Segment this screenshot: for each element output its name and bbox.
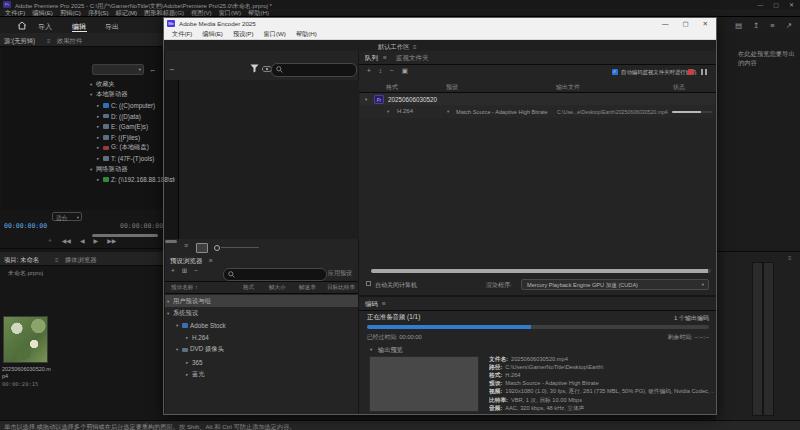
queue-job-row[interactable]: ▾ Pr 20250606030520 <box>360 93 715 105</box>
thumbnail-view-icon[interactable] <box>196 243 208 253</box>
panel-menu-icon[interactable]: ≡ <box>209 257 213 264</box>
preset-toolbar-icon[interactable]: + <box>171 267 175 274</box>
menu-item[interactable]: 标记(M) <box>116 9 138 17</box>
preset-row[interactable]: ▾ Adobe Stock <box>165 319 358 331</box>
tab-project[interactable]: 项目: 未命名 <box>4 256 39 265</box>
tab-queue[interactable]: 队列 <box>365 54 378 63</box>
menu-item[interactable]: 序列(S) <box>88 9 109 17</box>
media-search-input[interactable] <box>271 63 357 77</box>
preset-row[interactable]: ▸ 蓝光 <box>165 368 358 380</box>
zoom-slider-track[interactable] <box>221 247 259 248</box>
format-dropdown-icon[interactable]: ▾ <box>387 109 389 114</box>
window-button-icon[interactable]: — <box>757 2 763 8</box>
menu-item[interactable]: 图形和标题(G) <box>144 9 184 17</box>
output-preview-label[interactable]: 输出预览 <box>378 346 403 355</box>
column-frame-rate[interactable]: 帧速率 <box>299 284 316 292</box>
transport-button-icon[interactable]: ＋ <box>47 236 53 245</box>
auto-encode-checkbox[interactable]: ✓ <box>612 69 618 75</box>
renderer-dropdown[interactable]: Mercury Playback Engine GPU 加速 (CUDA) ▾ <box>521 279 709 290</box>
apply-preset-button[interactable]: 应用预设 <box>328 269 352 278</box>
window-button-icon[interactable]: ✕ <box>703 20 708 28</box>
home-icon[interactable] <box>17 21 27 30</box>
shutdown-checkbox[interactable] <box>366 281 371 286</box>
header-tool-icon[interactable]: ▤ <box>735 21 742 30</box>
menu-item[interactable]: 剪辑(C) <box>60 9 81 17</box>
window-button-icon[interactable]: ▢ <box>773 1 779 8</box>
tab-encoding[interactable]: 编码 <box>365 300 378 309</box>
stop-queue-button[interactable] <box>688 69 694 75</box>
menu-item[interactable]: 窗口(W) <box>264 29 286 39</box>
menu-item[interactable]: 编辑(E) <box>202 29 223 39</box>
preset-search-input[interactable] <box>223 268 327 281</box>
menu-item[interactable]: 窗口(W) <box>219 9 241 17</box>
column-format[interactable]: 格式 <box>243 284 254 292</box>
tab-media-browser[interactable]: 媒体浏览器 <box>65 256 96 265</box>
queue-output-row[interactable]: ▾ H.264 ▾ Match Source - Adaptive High B… <box>360 105 715 118</box>
header-tool-icon[interactable]: ↗ <box>786 21 792 30</box>
menu-item[interactable]: 文件(F) <box>5 9 25 17</box>
column-frame-size[interactable]: 帧大小 <box>269 284 286 292</box>
queue-toolbar-icon[interactable]: − <box>390 67 394 74</box>
column-output-file[interactable]: 输出文件 <box>556 83 580 92</box>
preset-row[interactable]: ▸ H.264 <box>165 332 358 344</box>
preset-row[interactable]: ▸ 365 <box>165 356 358 368</box>
transport-button-icon[interactable]: ◀◀ <box>62 237 71 244</box>
column-format[interactable]: 格式 <box>386 83 398 92</box>
output-preview-caret-icon[interactable]: ▾ <box>370 347 372 352</box>
queue-toolbar-icon[interactable]: ↕ <box>379 67 382 74</box>
tab-preset-browser[interactable]: 预设浏览器 <box>170 257 203 266</box>
row-expand-icon[interactable]: ▾ <box>365 97 367 102</box>
location-dropdown[interactable]: ▾ <box>92 64 144 75</box>
transport-button-icon[interactable]: ▶ <box>94 237 99 244</box>
column-preset-name[interactable]: 预设名称 ↑ <box>171 284 198 292</box>
column-target-bitrate[interactable]: 目标比特率 <box>327 284 355 292</box>
tab-import[interactable]: 导入 <box>38 22 52 32</box>
clip-thumbnail[interactable] <box>3 316 48 363</box>
menu-item[interactable]: 编辑(E) <box>32 9 53 17</box>
header-tool-icon[interactable]: ↥ <box>753 21 759 30</box>
output-path[interactable]: C:\Use...e\Desktop\Earth\20250606030520.… <box>557 109 669 115</box>
panel-menu-icon[interactable]: ≡ <box>47 37 51 44</box>
panel-menu-icon[interactable]: ≡ <box>788 255 792 261</box>
header-tool-icon[interactable]: ≡ <box>770 21 774 30</box>
menu-item[interactable]: 文件(F) <box>172 29 192 39</box>
me-media-browser-content[interactable] <box>178 80 359 239</box>
panel-menu-icon[interactable]: ≡ <box>383 54 387 61</box>
preset-row[interactable]: ▾ 系统预设 <box>165 307 358 319</box>
tab-source-monitor[interactable]: 源:(无剪辑) <box>4 37 35 46</box>
window-button-icon[interactable]: ▢ <box>682 20 688 28</box>
window-button-icon[interactable]: — <box>662 20 669 27</box>
column-status[interactable]: 状态 <box>673 83 685 92</box>
output-format[interactable]: H.264 <box>397 108 413 114</box>
preset-row[interactable]: ▾ 用户预设与组 <box>165 295 358 307</box>
queue-toolbar-icon[interactable]: + <box>367 67 371 74</box>
nav-forward-icon[interactable]: → <box>168 64 176 73</box>
tree-hscrollbar[interactable] <box>165 240 177 243</box>
clip-name[interactable]: 20250606030520.mp4 <box>2 366 52 379</box>
tab-export[interactable]: 导出 <box>105 22 119 32</box>
list-view-icon[interactable]: ≡ <box>184 242 188 249</box>
transport-button-icon[interactable]: ◀ <box>80 237 85 244</box>
preset-dropdown-icon[interactable]: ▾ <box>447 109 449 114</box>
menu-item[interactable]: 帮助(H) <box>296 29 317 39</box>
panel-menu-icon[interactable]: ≡ <box>382 300 386 307</box>
menu-item[interactable]: 帮助(H) <box>248 9 269 17</box>
tab-effect-controls[interactable]: 效果控件 <box>57 37 82 46</box>
window-button-icon[interactable]: ✕ <box>789 1 794 8</box>
fit-dropdown[interactable]: 适合 ▾ <box>52 212 82 221</box>
panel-menu-icon[interactable]: ≡ <box>55 256 59 263</box>
pause-queue-button[interactable] <box>701 69 707 75</box>
transport-button-icon[interactable]: ▶▶ <box>107 237 116 244</box>
filter-icon[interactable] <box>250 64 259 73</box>
preset-toolbar-icon[interactable]: ⊞ <box>182 267 187 275</box>
zoom-slider-knob[interactable] <box>214 245 220 251</box>
workspace-menu-icon[interactable]: ≡ <box>413 43 417 50</box>
tab-watch-folders[interactable]: 监视文件夹 <box>396 54 429 63</box>
queue-toolbar-icon[interactable]: ▣ <box>402 67 408 75</box>
menu-item[interactable]: 预设(P) <box>233 29 254 39</box>
menu-item[interactable]: 视图(V) <box>191 9 212 17</box>
output-preset[interactable]: Match Source - Adaptive High Bitrate <box>456 109 548 115</box>
preset-toolbar-icon[interactable]: − <box>194 267 198 274</box>
preset-row[interactable]: ▾ DVD 摄像头 <box>165 344 358 356</box>
nav-back-icon[interactable]: ← <box>149 65 157 74</box>
